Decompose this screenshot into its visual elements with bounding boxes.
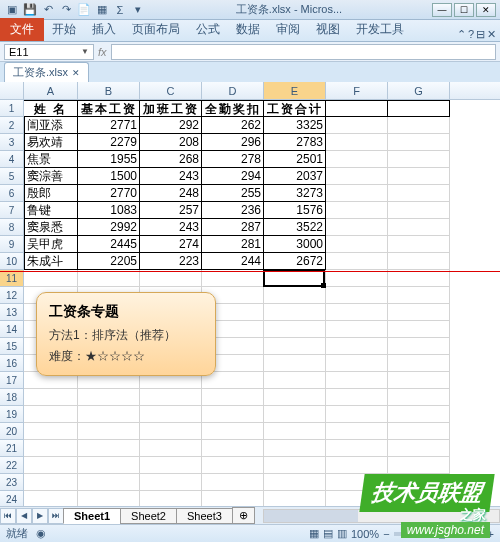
cell[interactable]: [140, 423, 202, 440]
row-header[interactable]: 1: [0, 100, 24, 117]
name-box-dropdown-icon[interactable]: ▼: [81, 47, 89, 56]
cell[interactable]: [202, 474, 264, 491]
col-header-F[interactable]: F: [326, 82, 388, 99]
cell[interactable]: 268: [140, 151, 202, 168]
view-normal-icon[interactable]: ▦: [309, 527, 319, 540]
cell[interactable]: 243: [140, 219, 202, 236]
cell[interactable]: [24, 440, 78, 457]
cell[interactable]: 全勤奖扣: [202, 100, 264, 117]
print-preview-icon[interactable]: 📄: [76, 2, 92, 18]
cell[interactable]: 296: [202, 134, 264, 151]
cell[interactable]: [264, 287, 326, 304]
tab-data[interactable]: 数据: [228, 18, 268, 41]
view-pagelayout-icon[interactable]: ▤: [323, 527, 333, 540]
cell[interactable]: 訚亚添: [24, 117, 78, 134]
cell[interactable]: 2771: [78, 117, 140, 134]
cell[interactable]: [326, 355, 388, 372]
cell[interactable]: [388, 134, 450, 151]
cell[interactable]: [326, 389, 388, 406]
cell[interactable]: [78, 406, 140, 423]
row-header[interactable]: 3: [0, 134, 24, 151]
excel-icon[interactable]: ▣: [4, 2, 20, 18]
cell[interactable]: [78, 457, 140, 474]
row-header[interactable]: 6: [0, 185, 24, 202]
cell[interactable]: 2992: [78, 219, 140, 236]
cell[interactable]: [388, 236, 450, 253]
cell[interactable]: 1500: [78, 168, 140, 185]
cell[interactable]: [264, 457, 326, 474]
cell[interactable]: [388, 100, 450, 117]
row-header[interactable]: 15: [0, 338, 24, 355]
cell[interactable]: [326, 304, 388, 321]
cell[interactable]: [388, 270, 450, 287]
col-header-C[interactable]: C: [140, 82, 202, 99]
cell[interactable]: [388, 151, 450, 168]
help-icon[interactable]: ?: [468, 28, 474, 41]
row-header[interactable]: 7: [0, 202, 24, 219]
cell[interactable]: 鲁键: [24, 202, 78, 219]
cell[interactable]: [202, 423, 264, 440]
cell[interactable]: 2205: [78, 253, 140, 270]
cell[interactable]: [202, 270, 264, 287]
cell[interactable]: [264, 270, 326, 287]
fx-label[interactable]: fx: [98, 46, 107, 58]
cell[interactable]: [326, 236, 388, 253]
row-header[interactable]: 4: [0, 151, 24, 168]
cell[interactable]: 2037: [264, 168, 326, 185]
cell[interactable]: [264, 355, 326, 372]
cell[interactable]: [388, 304, 450, 321]
cell[interactable]: [24, 406, 78, 423]
sheet-nav-prev[interactable]: ◀: [16, 508, 32, 524]
cell[interactable]: [24, 389, 78, 406]
cell[interactable]: 窦淙善: [24, 168, 78, 185]
cell[interactable]: 3325: [264, 117, 326, 134]
zoom-out-button[interactable]: −: [383, 528, 389, 540]
col-header-A[interactable]: A: [24, 82, 78, 99]
cell[interactable]: [264, 423, 326, 440]
cell[interactable]: [264, 338, 326, 355]
row-header[interactable]: 12: [0, 287, 24, 304]
sigma-icon[interactable]: Σ: [112, 2, 128, 18]
cell[interactable]: [388, 355, 450, 372]
cell[interactable]: 3273: [264, 185, 326, 202]
cell[interactable]: [326, 202, 388, 219]
minimize-button[interactable]: —: [432, 3, 452, 17]
formula-bar[interactable]: [111, 44, 496, 60]
cell[interactable]: [388, 202, 450, 219]
cell[interactable]: [78, 423, 140, 440]
cell[interactable]: [140, 474, 202, 491]
row-header[interactable]: 23: [0, 474, 24, 491]
sheet-tab-1[interactable]: Sheet1: [63, 508, 121, 524]
cell[interactable]: [388, 253, 450, 270]
tab-insert[interactable]: 插入: [84, 18, 124, 41]
cell[interactable]: [326, 372, 388, 389]
cell[interactable]: 236: [202, 202, 264, 219]
cell[interactable]: [388, 185, 450, 202]
cell[interactable]: 255: [202, 185, 264, 202]
cell[interactable]: 244: [202, 253, 264, 270]
cell[interactable]: 248: [140, 185, 202, 202]
cell[interactable]: 2672: [264, 253, 326, 270]
cell[interactable]: [326, 270, 388, 287]
tab-home[interactable]: 开始: [44, 18, 84, 41]
row-header[interactable]: 5: [0, 168, 24, 185]
cell[interactable]: [388, 440, 450, 457]
cell[interactable]: [264, 389, 326, 406]
cell[interactable]: [264, 406, 326, 423]
row-header[interactable]: 17: [0, 372, 24, 389]
cell[interactable]: [140, 457, 202, 474]
row-header[interactable]: 19: [0, 406, 24, 423]
cell[interactable]: [326, 406, 388, 423]
save-icon[interactable]: 💾: [22, 2, 38, 18]
cell[interactable]: 281: [202, 236, 264, 253]
table-icon[interactable]: ▦: [94, 2, 110, 18]
cell[interactable]: [388, 287, 450, 304]
cell[interactable]: [202, 406, 264, 423]
cell[interactable]: 243: [140, 168, 202, 185]
cell[interactable]: [326, 287, 388, 304]
qat-dropdown-icon[interactable]: ▾: [130, 2, 146, 18]
tab-formulas[interactable]: 公式: [188, 18, 228, 41]
row-header[interactable]: 8: [0, 219, 24, 236]
sheet-nav-next[interactable]: ▶: [32, 508, 48, 524]
cell[interactable]: [326, 440, 388, 457]
